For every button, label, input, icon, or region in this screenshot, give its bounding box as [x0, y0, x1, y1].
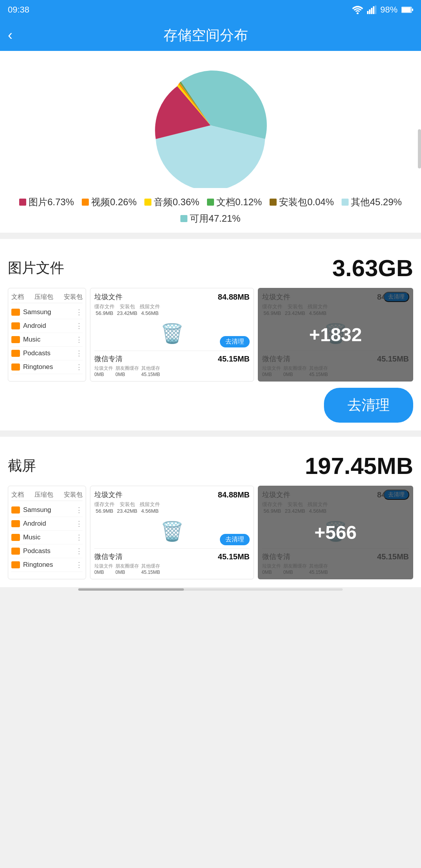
junk-residual: 残留文件 4.56MB [140, 303, 160, 316]
file-name: Ringtones [23, 363, 76, 371]
folder-icon-ss2 [11, 520, 20, 527]
overlay-card-screenshots[interactable]: 垃圾文件 84.88MB 缓存文件 56.9MB 安装包 23.42MB [258, 486, 413, 579]
svg-rect-1 [367, 11, 369, 14]
wechat-title-row: 微信专清 45.15MB [94, 354, 250, 363]
legend-label-audio: 音频0.36% [154, 196, 199, 208]
file-name-ss: Samsung [23, 506, 76, 514]
file-item-ringtones-ss[interactable]: Ringtones ⋮ [11, 558, 83, 572]
junk-clean-button[interactable]: 去清理 [220, 336, 250, 347]
overlay-card-pictures[interactable]: 垃圾文件 84.88MB 缓存文件 56.9MB 安装包 23.42MB [258, 288, 413, 382]
legend: 图片6.73% 视频0.26% 音频0.36% 文档0.12% 安装包0.04%… [8, 196, 413, 225]
main-clean-button-pictures[interactable]: 去清理 [324, 388, 413, 423]
junk-pkg-value: 23.42MB [117, 310, 137, 316]
file-item-music[interactable]: Music ⋮ [11, 333, 83, 347]
wechat-moments-ss: 朋友圈缓存 0MB [115, 563, 139, 575]
section-screenshots-title: 截屏 [8, 456, 36, 476]
legend-label-available: 可用47.21% [190, 212, 240, 225]
file-name-ss4: Podcasts [23, 547, 76, 555]
file-item-samsung-ss[interactable]: Samsung ⋮ [11, 503, 83, 517]
junk-residual-ss: 残留文件 4.56MB [140, 501, 160, 514]
file-item-music-ss[interactable]: Music ⋮ [11, 531, 83, 544]
overlay-dark-pictures[interactable]: +1832 [258, 288, 413, 382]
more-dots-ss4[interactable]: ⋮ [76, 547, 83, 555]
file-item-samsung[interactable]: Samsung ⋮ [11, 306, 83, 319]
col-pkg: 安装包 [64, 293, 83, 301]
section-screenshots-header: 截屏 197.45MB [8, 452, 413, 479]
junk-total-ss: 84.88MB [218, 490, 250, 499]
overlay-dark-screenshots[interactable]: +566 [258, 486, 413, 579]
svg-rect-4 [373, 6, 374, 14]
junk-cache-ss: 缓存文件 56.9MB [94, 501, 115, 514]
junk-pkg-ss: 安装包 23.42MB [117, 501, 137, 514]
file-item-android[interactable]: Android ⋮ [11, 319, 83, 333]
scroll-container: 图片6.73% 视频0.26% 音频0.36% 文档0.12% 安装包0.04%… [0, 51, 421, 592]
status-time: 09:38 [8, 5, 29, 15]
more-dots-ss2[interactable]: ⋮ [76, 519, 83, 528]
wechat-junk: 垃圾文件 0MB [94, 365, 113, 377]
signal-icon [367, 5, 376, 14]
wechat-moments-value: 0MB [115, 372, 139, 377]
more-dots-ss[interactable]: ⋮ [76, 506, 83, 514]
legend-item-available: 可用47.21% [180, 212, 240, 225]
file-list-thumb-screenshots: 文档 压缩包 安装包 Samsung ⋮ Android ⋮ [8, 486, 86, 579]
wechat-sub-row: 垃圾文件 0MB 朋友圈缓存 0MB 其他缓存 45.15MB [94, 365, 250, 377]
file-item-podcasts-ss[interactable]: Podcasts ⋮ [11, 544, 83, 558]
scrollbar-track[interactable] [78, 588, 343, 591]
file-item-android-ss[interactable]: Android ⋮ [11, 517, 83, 531]
legend-dot-pictures [19, 199, 26, 206]
legend-label-packages: 安装包0.04% [279, 196, 334, 208]
scrollbar[interactable] [418, 129, 421, 168]
file-list-thumb-pictures: 文档 压缩包 安装包 Samsung ⋮ Android ⋮ [8, 288, 86, 382]
legend-dot-other [342, 199, 349, 206]
junk-title: 垃圾文件 [94, 292, 122, 302]
legend-item-pictures: 图片6.73% [19, 196, 74, 208]
overlay-count-pictures: +1832 [309, 324, 362, 345]
wechat-junk-value: 0MB [94, 372, 113, 377]
more-dots[interactable]: ⋮ [76, 363, 83, 371]
junk-clean-button-ss[interactable]: 去清理 [220, 534, 250, 545]
file-item-podcasts[interactable]: Podcasts ⋮ [11, 347, 83, 360]
junk-pkg: 安装包 23.42MB [117, 303, 137, 316]
wechat-title: 微信专清 [94, 354, 122, 363]
clean-btn-container-pictures: 去清理 [8, 382, 413, 423]
junk-total: 84.88MB [218, 293, 250, 302]
legend-label-other: 其他45.29% [351, 196, 401, 208]
wechat-total-ss: 45.15MB [218, 552, 250, 561]
thumbnails-row-screenshots: 文档 压缩包 安装包 Samsung ⋮ Android ⋮ [8, 486, 413, 579]
more-dots-ss3[interactable]: ⋮ [76, 533, 83, 542]
more-dots[interactable]: ⋮ [76, 308, 83, 316]
wechat-sub-row-ss: 垃圾文件 0MB 朋友圈缓存 0MB 其他缓存 45.15MB [94, 563, 250, 575]
header: ‹ 存储空间分布 [0, 20, 421, 51]
wechat-junk-ss: 垃圾文件 0MB [94, 563, 113, 575]
junk-sub-row: 缓存文件 56.9MB 安装包 23.42MB 残留文件 4.56MB [94, 303, 250, 316]
junk-cache-label: 缓存文件 [94, 303, 115, 310]
file-name-ss3: Music [23, 533, 76, 541]
back-button[interactable]: ‹ [8, 27, 13, 43]
wechat-total: 45.15MB [218, 354, 250, 363]
more-dots-ss5[interactable]: ⋮ [76, 561, 83, 569]
divider-1 [0, 233, 421, 239]
file-item-ringtones-1[interactable]: Ringtones ⋮ [11, 360, 83, 374]
folder-icon-ss4 [11, 548, 20, 555]
folder-icon [11, 350, 20, 357]
file-list-header-ss: 文档 压缩包 安装包 [11, 489, 83, 501]
more-dots[interactable]: ⋮ [76, 322, 83, 330]
folder-icon [11, 322, 20, 329]
more-dots[interactable]: ⋮ [76, 335, 83, 344]
more-dots[interactable]: ⋮ [76, 349, 83, 358]
legend-item-packages: 安装包0.04% [270, 196, 334, 208]
legend-dot-packages [270, 199, 277, 206]
col-docs: 文档 [11, 293, 24, 301]
junk-pkg-label: 安装包 [120, 303, 135, 310]
battery-percent: 98% [380, 5, 398, 15]
file-name: Music [23, 336, 76, 344]
col-zip-ss: 压缩包 [34, 491, 53, 499]
junk-title-ss: 垃圾文件 [94, 490, 122, 499]
legend-label-pictures: 图片6.73% [29, 196, 74, 208]
file-list-header: 文档 压缩包 安装包 [11, 291, 83, 303]
trash-icon: 🗑️ [160, 323, 184, 345]
svg-rect-2 [369, 9, 371, 14]
scrollbar-thumb[interactable] [78, 588, 184, 591]
col-pkg-ss: 安装包 [64, 491, 83, 499]
horizontal-scrollbar[interactable] [0, 587, 421, 592]
